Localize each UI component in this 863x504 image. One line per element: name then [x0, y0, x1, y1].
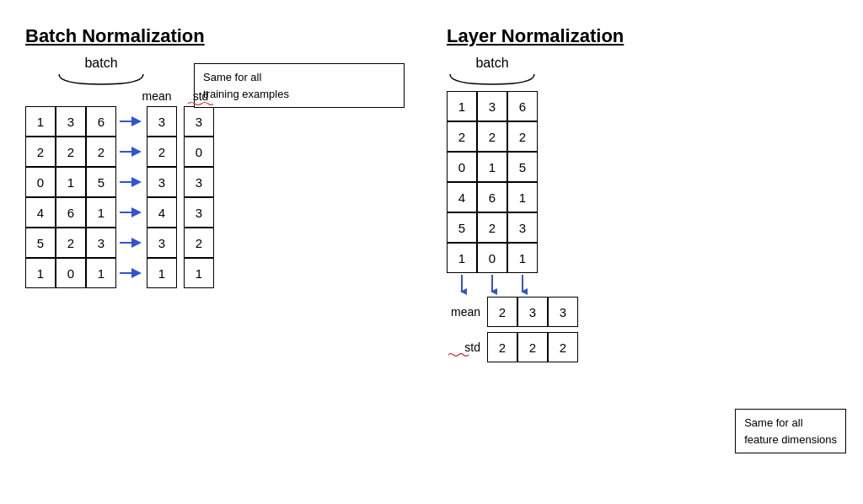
bn-mean-cell: 1 [147, 258, 177, 288]
table-row: 2 2 2 [447, 121, 538, 152]
bn-cell: 3 [56, 106, 86, 137]
table-row: 1 3 6 [25, 106, 143, 137]
bn-row-arrow [120, 147, 143, 157]
table-row: 5 2 3 [447, 212, 538, 243]
ln-mean-cell: 2 [487, 297, 517, 327]
table-row: 0 1 5 [447, 152, 538, 182]
bn-cell: 0 [56, 258, 86, 288]
bn-std-vector: 3 0 3 3 2 1 [184, 106, 214, 288]
bn-cell: 1 [25, 106, 56, 137]
bn-cell: 5 [25, 228, 56, 258]
bn-mean-cell: 3 [147, 228, 177, 258]
bn-annotation-box: Same for alltraining examples [194, 63, 405, 108]
bn-cell: 3 [86, 228, 116, 258]
bn-mean-vector: 3 2 3 4 3 1 [147, 106, 177, 288]
bn-mean-cell: 3 [147, 106, 177, 137]
table-row: 1 0 1 [25, 258, 143, 288]
bn-std-cell: 2 [184, 228, 214, 258]
bn-matrix: 1 3 6 2 2 2 [25, 106, 143, 288]
ln-cell: 5 [447, 212, 477, 243]
ln-cell: 6 [477, 182, 507, 212]
ln-cell: 2 [507, 121, 538, 152]
bn-cell: 6 [86, 106, 116, 137]
ln-cell: 1 [447, 243, 477, 273]
ln-std-cell: 2 [517, 332, 548, 362]
bn-std-cell: 3 [184, 197, 214, 228]
table-row: 4 6 1 [25, 197, 143, 228]
bn-cell: 2 [56, 228, 86, 258]
ln-batch-label: batch [475, 56, 508, 71]
bn-cell: 1 [86, 197, 116, 228]
ln-cell: 1 [447, 91, 477, 121]
ln-std-cell: 2 [487, 332, 517, 362]
layer-norm-section: Layer Normalization batch 1 3 6 [430, 17, 855, 487]
ln-cell: 2 [447, 121, 477, 152]
bn-cell: 1 [56, 167, 86, 197]
bn-cell: 6 [56, 197, 86, 228]
bn-std-label: std [185, 89, 216, 103]
bn-row-arrow [120, 177, 143, 187]
table-row: 2 2 2 [25, 137, 143, 167]
ln-std-cell: 2 [548, 332, 578, 362]
bn-mean-cell: 4 [147, 197, 177, 228]
ln-matrix: 1 3 6 2 2 2 0 1 5 4 6 1 [447, 91, 538, 273]
layer-norm-title: Layer Normalization [447, 25, 838, 47]
ln-cell: 3 [507, 212, 538, 243]
bn-std-cell: 1 [184, 258, 214, 288]
ln-annotation-box: Same for allfeature dimensions [735, 409, 846, 453]
ln-cell: 3 [477, 91, 507, 121]
ln-down-arrows [447, 275, 538, 295]
table-row: 4 6 1 [447, 182, 538, 212]
bn-std-cell: 3 [184, 106, 214, 137]
ln-cell: 1 [477, 152, 507, 182]
ln-cell: 6 [507, 91, 538, 121]
bn-batch-label: batch [84, 56, 117, 71]
bn-cell: 2 [56, 137, 86, 167]
bn-mean-label: mean [142, 89, 172, 103]
ln-batch-brace [447, 72, 538, 88]
table-row: 5 2 3 [25, 228, 143, 258]
bn-cell: 2 [86, 137, 116, 167]
table-row: 0 1 5 [25, 167, 143, 197]
ln-mean-cell: 3 [548, 297, 578, 327]
ln-cell: 0 [447, 152, 477, 182]
bn-cell: 4 [25, 197, 56, 228]
bn-row-arrow [120, 268, 143, 278]
ln-mean-row: mean 2 3 3 [447, 297, 578, 327]
bn-cell: 5 [86, 167, 116, 197]
ln-cell: 1 [507, 243, 538, 273]
ln-cell: 2 [477, 212, 507, 243]
bn-cell: 1 [25, 258, 56, 288]
bn-std-cell: 0 [184, 137, 214, 167]
batch-norm-section: Batch Normalization Same for alltraining… [8, 17, 413, 487]
ln-cell: 5 [507, 152, 538, 182]
ln-std-label: std [447, 340, 480, 354]
table-row: 1 3 6 [447, 91, 538, 121]
ln-cell: 1 [507, 182, 538, 212]
bn-row-arrow [120, 238, 143, 248]
bn-mean-cell: 3 [147, 167, 177, 197]
ln-cell: 0 [477, 243, 507, 273]
bn-row-arrow [120, 116, 143, 126]
ln-std-row: std 2 2 2 [447, 332, 578, 362]
bn-std-cell: 3 [184, 167, 214, 197]
ln-bottom-vectors: mean 2 3 3 std 2 2 2 [447, 297, 578, 367]
bn-batch-brace [56, 72, 147, 88]
table-row: 1 0 1 [447, 243, 538, 273]
bn-row-arrow [120, 207, 143, 217]
bn-mean-cell: 2 [147, 137, 177, 167]
ln-cell: 4 [447, 182, 477, 212]
ln-cell: 2 [477, 121, 507, 152]
bn-cell: 1 [86, 258, 116, 288]
bn-cell: 0 [25, 167, 56, 197]
bn-cell: 2 [25, 137, 56, 167]
batch-norm-title: Batch Normalization [25, 25, 396, 47]
ln-mean-cell: 3 [517, 297, 548, 327]
ln-mean-label: mean [447, 305, 480, 319]
